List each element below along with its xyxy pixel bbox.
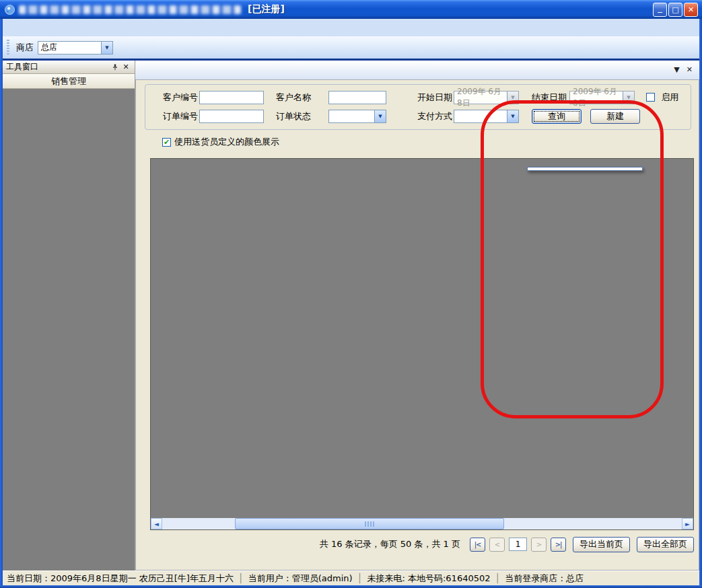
order-status-select[interactable]: ▼ [328, 110, 386, 123]
tab-tools: ▼ ✕ [674, 65, 693, 74]
order-no-input[interactable] [199, 110, 264, 123]
tool-window-sidebar: 工具窗口 ✕ 销售管理 [3, 61, 135, 571]
first-page-button[interactable]: |< [470, 538, 485, 552]
pin-icon[interactable] [110, 62, 120, 72]
search-button[interactable]: 查询 [532, 109, 582, 124]
status-user: 当前用户：管理员(admin) [248, 573, 353, 585]
customer-name-label: 客户名称 [276, 91, 311, 104]
customer-name-input[interactable] [328, 91, 386, 104]
pay-method-label: 支付方式 [417, 110, 452, 123]
store-value: 总店 [38, 42, 101, 53]
status-missed-call: 未接来电: 本地号码:61640502 [367, 573, 490, 585]
end-date-label: 结束日期 [532, 91, 567, 104]
start-date-label: 开始日期 [417, 91, 452, 104]
close-icon[interactable]: ✕ [120, 62, 131, 72]
store-label: 商店 [16, 42, 34, 54]
next-page-button[interactable]: > [531, 538, 547, 552]
order-context-menu [527, 167, 643, 171]
orders-table: ◄ ► [150, 158, 694, 530]
status-date: 当前日期：2009年6月8日星期一 农历己丑[牛]年五月十六 [7, 573, 234, 585]
menu-bar [0, 19, 702, 36]
window-border-bottom [0, 585, 702, 588]
window-title-registered: [已注册] [248, 3, 285, 15]
chevron-down-icon[interactable]: ▼ [507, 91, 518, 104]
last-page-button[interactable]: >| [551, 538, 566, 552]
pagination-bar: 共 16 条记录，每页 50 条，共 1 页 |< < 1 > >| 导出当前页… [150, 535, 694, 554]
title-bar[interactable]: [已注册] ─ □ ✕ [0, 0, 702, 19]
window-border-right [699, 19, 702, 588]
order-status-label: 订单状态 [276, 110, 311, 123]
end-date-picker[interactable]: 2009年 6月 8日 ▼ [569, 91, 635, 104]
tab-list-dropdown-icon[interactable]: ▼ [674, 65, 679, 74]
status-store: 当前登录商店：总店 [505, 573, 584, 585]
minimize-button[interactable]: ─ [653, 3, 667, 17]
horizontal-scrollbar[interactable]: ◄ ► [151, 518, 693, 529]
new-button[interactable]: 新建 [590, 109, 640, 124]
scrollbar-thumb[interactable] [235, 518, 504, 529]
filter-groupbox: 客户编号 客户名称 开始日期 2009年 6月 8日 ▼ 结束日期 2009年 … [145, 84, 691, 130]
pay-method-select[interactable]: ▼ [454, 110, 519, 123]
page-number-input[interactable]: 1 [509, 538, 527, 551]
prev-page-button[interactable]: < [489, 538, 505, 552]
tool-window-title: 工具窗口 [6, 61, 110, 73]
app-icon [4, 4, 15, 15]
customer-no-label: 客户编号 [163, 91, 198, 104]
enable-checkbox[interactable] [646, 93, 655, 102]
record-summary: 共 16 条记录，每页 50 条，共 1 页 [320, 538, 460, 550]
toolbar: 商店 总店 ▼ [0, 36, 702, 61]
enable-label: 启用 [661, 92, 678, 102]
export-current-page-button[interactable]: 导出当前页 [573, 537, 630, 552]
tool-window-header: 工具窗口 ✕ [3, 61, 135, 74]
scrollbar-track[interactable] [162, 518, 682, 529]
tab-close-icon[interactable]: ✕ [687, 65, 693, 74]
enable-checkbox-row: 启用 [646, 91, 678, 104]
sidebar-section-sales[interactable]: 销售管理 [3, 74, 135, 89]
toolbar-grip[interactable] [7, 40, 9, 56]
sidebar-items [3, 89, 135, 97]
window-title-redacted [19, 5, 241, 14]
maximize-button[interactable]: □ [668, 3, 682, 17]
chevron-down-icon[interactable]: ▼ [101, 42, 112, 54]
quick-filter-row: ✔ 使用送货员定义的颜色展示 [145, 134, 691, 150]
order-management-panel: 客户编号 客户名称 开始日期 2009年 6月 8日 ▼ 结束日期 2009年 … [135, 79, 699, 571]
window-border-left [0, 19, 3, 588]
tab-bar [135, 61, 699, 79]
customer-no-input[interactable] [199, 91, 264, 104]
chevron-down-icon[interactable]: ▼ [507, 110, 518, 122]
order-no-label: 订单编号 [163, 110, 198, 123]
driver-color-checkbox[interactable]: ✔ [162, 138, 171, 147]
close-button[interactable]: ✕ [684, 3, 698, 17]
store-selector: 商店 总店 ▼ [16, 41, 113, 54]
store-combobox[interactable]: 总店 ▼ [38, 41, 113, 54]
scroll-right-icon[interactable]: ► [682, 518, 693, 529]
start-date-picker[interactable]: 2009年 6月 8日 ▼ [454, 91, 519, 104]
driver-color-label: 使用送货员定义的颜色展示 [174, 136, 279, 148]
main-content: ▼ ✕ 客户编号 客户名称 开始日期 2009年 6月 8日 ▼ 结束日期 20… [135, 61, 699, 571]
chevron-down-icon[interactable]: ▼ [623, 91, 634, 104]
status-bar: 当前日期：2009年6月8日星期一 农历己丑[牛]年五月十六 │ 当前用户：管理… [3, 571, 699, 585]
scroll-left-icon[interactable]: ◄ [151, 518, 162, 529]
chevron-down-icon[interactable]: ▼ [374, 110, 386, 122]
export-all-pages-button[interactable]: 导出全部页 [637, 537, 694, 552]
